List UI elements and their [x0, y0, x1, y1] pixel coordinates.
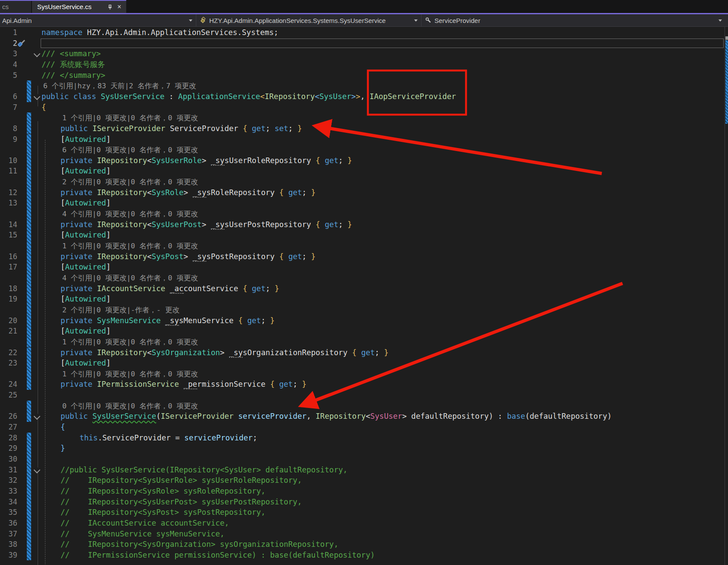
codelens-text[interactable]: 6 个引用|0 项更改|0 名作者，0 项更改 — [62, 144, 198, 155]
line-number[interactable]: 29 — [0, 443, 17, 454]
code-line[interactable]: 21[Autowired] — [0, 326, 728, 337]
code-line[interactable]: 28this.ServiceProvider = serviceProvider… — [0, 433, 728, 443]
line-number[interactable]: 32 — [0, 475, 17, 486]
code-line[interactable]: 7{ — [0, 102, 728, 113]
codelens-text[interactable]: 4 个引用|0 项更改|0 名作者，0 项更改 — [62, 209, 198, 219]
codelens-row[interactable]: 1 个引用|0 项更改|0 名作者，0 项更改 — [0, 337, 728, 347]
fold-chevron-icon[interactable] — [34, 93, 41, 100]
tab-sysuserservice[interactable]: SysUserService.cs × — [32, 1, 126, 13]
line-number[interactable]: 13 — [0, 198, 17, 209]
code-line[interactable]: 32// IRepository<SysUserRole> sysUserRol… — [0, 475, 728, 486]
tab-overflow-fragment[interactable]: cs — [0, 1, 31, 13]
line-number[interactable]: 6 — [0, 91, 17, 102]
code-line[interactable]: 4/// 系统账号服务 — [0, 59, 728, 70]
line-number[interactable]: 22 — [0, 347, 17, 358]
line-number[interactable]: 17 — [0, 262, 17, 273]
code-line[interactable]: 19[Autowired] — [0, 294, 728, 305]
code-line[interactable]: 17[Autowired] — [0, 262, 728, 273]
line-number[interactable]: 9 — [0, 134, 17, 145]
code-line[interactable]: 31//public SysUserService(IRepository<Sy… — [0, 465, 728, 475]
codelens-text[interactable]: 4 个引用|0 项更改|0 名作者，0 项更改 — [62, 273, 198, 283]
code-line[interactable]: 13[Autowired] — [0, 198, 728, 209]
line-number[interactable]: 4 — [0, 59, 17, 70]
code-line[interactable]: 25 — [0, 390, 728, 401]
code-line[interactable]: 38// IRepository<SysOrganization> sysOrg… — [0, 539, 728, 550]
line-number[interactable]: 36 — [0, 518, 17, 529]
codelens-text[interactable]: 6 个引用|hzy，83 天前|2 名作者，7 项更改 — [43, 80, 196, 91]
code-line[interactable]: 6public class SysUserService : Applicati… — [0, 91, 728, 102]
code-line[interactable]: 2 — [0, 38, 728, 49]
codelens-text[interactable]: 1 个引用|0 项更改|0 名作者，0 项更改 — [62, 112, 198, 123]
code-line[interactable]: 22private IRepository<SysOrganization> _… — [0, 347, 728, 358]
code-line[interactable]: 30 — [0, 454, 728, 465]
pin-icon[interactable] — [106, 3, 113, 10]
scrollbar-caret-mark[interactable] — [725, 36, 728, 40]
scrollbar-change-marks[interactable] — [725, 40, 728, 124]
code-line[interactable]: 16private IRepository<SysPost> _sysPostR… — [0, 251, 728, 262]
code-line[interactable]: 39// IPermissionService permissionServic… — [0, 550, 728, 561]
line-number[interactable]: 19 — [0, 294, 17, 305]
code-line[interactable]: 18private IAccountService _accountServic… — [0, 283, 728, 294]
code-line[interactable]: 5/// </summary> — [0, 70, 728, 81]
line-number[interactable]: 30 — [0, 454, 17, 465]
codelens-row[interactable]: 2 个引用|0 项更改|-作者，- 更改 — [0, 305, 728, 315]
code-line[interactable]: 14private IRepository<SysUserPost> _sysU… — [0, 219, 728, 230]
code-line[interactable]: 3/// <summary> — [0, 48, 728, 59]
codelens-row[interactable]: 1 个引用|0 项更改|0 名作者，0 项更改 — [0, 112, 728, 123]
codelens-row[interactable]: 2 个引用|0 项更改|0 名作者，0 项更改 — [0, 177, 728, 187]
codelens-row[interactable]: 4 个引用|0 项更改|0 名作者，0 项更改 — [0, 209, 728, 219]
code-line[interactable]: 27{ — [0, 422, 728, 433]
line-number[interactable]: 24 — [0, 379, 17, 390]
line-number[interactable]: 23 — [0, 358, 17, 369]
code-line[interactable]: 33// IRepository<SysRole> sysRoleReposit… — [0, 486, 728, 497]
code-line[interactable]: 35// IRepository<SysPost> sysPostReposit… — [0, 507, 728, 518]
close-icon[interactable]: × — [116, 3, 123, 10]
codelens-row[interactable]: 1 个引用|0 项更改|0 名作者，0 项更改 — [0, 241, 728, 251]
codelens-row[interactable]: 4 个引用|0 项更改|0 名作者，0 项更改 — [0, 273, 728, 283]
code-line[interactable]: 11[Autowired] — [0, 166, 728, 177]
code-line[interactable]: 24private IPermissionService _permission… — [0, 379, 728, 390]
codelens-text[interactable]: 1 个引用|0 项更改|0 名作者，0 项更改 — [62, 337, 198, 347]
breadcrumb-type-dropdown[interactable]: HZY.Api.Admin.ApplicationServices.System… — [196, 14, 421, 26]
code-line[interactable]: 1namespace HZY.Api.Admin.ApplicationServ… — [0, 27, 728, 38]
codelens-row[interactable]: 6 个引用|hzy，83 天前|2 名作者，7 项更改 — [0, 80, 728, 91]
code-line[interactable]: 10private IRepository<SysUserRole> _sysU… — [0, 155, 728, 166]
codelens-text[interactable]: 0 个引用|0 项更改|0 名作者，0 项更改 — [62, 401, 198, 411]
fold-chevron-icon[interactable] — [34, 51, 41, 58]
code-line[interactable]: 8public IServiceProvider ServiceProvider… — [0, 123, 728, 134]
line-number[interactable]: 8 — [0, 123, 17, 134]
code-line[interactable]: 34// IRepository<SysUserPost> sysUserPos… — [0, 497, 728, 507]
codelens-row[interactable]: 0 个引用|0 项更改|0 名作者，0 项更改 — [0, 401, 728, 411]
line-number[interactable]: 14 — [0, 219, 17, 230]
codelens-text[interactable]: 2 个引用|0 项更改|0 名作者，0 项更改 — [62, 177, 198, 187]
line-number[interactable]: 39 — [0, 550, 17, 561]
code-line[interactable]: 20private SysMenuService _sysMenuService… — [0, 315, 728, 326]
codelens-row[interactable]: 1 个引用|0 项更改|0 名作者，0 项更改 — [0, 369, 728, 379]
codelens-text[interactable]: 2 个引用|0 项更改|-作者，- 更改 — [62, 305, 179, 315]
codelens-row[interactable]: 6 个引用|0 项更改|0 名作者，0 项更改 — [0, 144, 728, 155]
line-number[interactable]: 31 — [0, 465, 17, 475]
quick-actions-screwdriver-icon[interactable] — [17, 39, 26, 50]
code-line[interactable]: 36// IAccountService accountService, — [0, 518, 728, 529]
line-number[interactable]: 38 — [0, 539, 17, 550]
codelens-text[interactable]: 1 个引用|0 项更改|0 名作者，0 项更改 — [62, 241, 198, 251]
line-number[interactable]: 34 — [0, 497, 17, 507]
code-line[interactable]: 9[Autowired] — [0, 134, 728, 145]
codelens-text[interactable]: 1 个引用|0 项更改|0 名作者，0 项更改 — [62, 369, 198, 379]
line-number[interactable]: 18 — [0, 283, 17, 294]
line-number[interactable]: 10 — [0, 155, 17, 166]
breadcrumb-member-dropdown[interactable]: ServiceProvider — [421, 14, 728, 26]
line-number[interactable]: 28 — [0, 433, 17, 443]
code-line[interactable]: 15[Autowired] — [0, 230, 728, 241]
line-number[interactable]: 37 — [0, 529, 17, 539]
code-line[interactable]: 37// SysMenuService sysMenuService, — [0, 529, 728, 539]
line-number[interactable]: 3 — [0, 48, 17, 59]
code-line[interactable]: 29} — [0, 443, 728, 454]
code-line[interactable]: 23[Autowired] — [0, 358, 728, 369]
line-number[interactable]: 20 — [0, 315, 17, 326]
line-number[interactable]: 15 — [0, 230, 17, 241]
line-number[interactable]: 35 — [0, 507, 17, 518]
line-number[interactable]: 2 — [0, 38, 17, 49]
line-number[interactable]: 16 — [0, 251, 17, 262]
line-number[interactable]: 26 — [0, 411, 17, 422]
